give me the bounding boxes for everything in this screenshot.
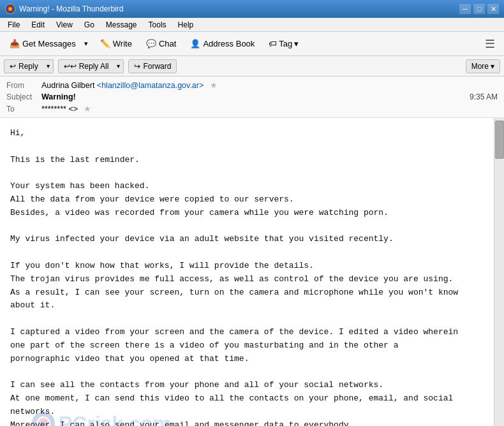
menu-edit[interactable]: Edit — [26, 19, 50, 31]
email-body-line — [10, 140, 484, 154]
email-body-line: Your system has been hacked. — [10, 180, 484, 193]
reply-button[interactable]: ↩ Reply — [4, 59, 43, 73]
tag-icon: 🏷 — [269, 39, 277, 48]
from-name: Audrina Gilbert — [41, 81, 94, 90]
subject-value: Warning! — [41, 92, 470, 101]
email-body-line: The trojan virus provides me full access… — [10, 273, 484, 286]
get-messages-dropdown[interactable]: ▾ — [81, 36, 92, 52]
window-title: Warning! - Mozilla Thunderbird — [19, 4, 123, 13]
email-body-line — [10, 166, 484, 180]
actionbar: ↩ Reply ▾ ↩↩ Reply All ▾ ↪ Forward More … — [0, 56, 504, 77]
tag-button[interactable]: 🏷 Tag ▾ — [263, 36, 304, 52]
email-body-line: pornographic video that you opened at th… — [10, 353, 484, 366]
to-value: ******** <> ★ — [41, 104, 498, 114]
menubar: File Edit View Go Message Tools Help — [0, 18, 504, 32]
maximize-button[interactable]: □ — [473, 4, 485, 14]
to-label: To — [6, 105, 41, 114]
get-messages-button[interactable]: 📥 Get Messages — [4, 36, 81, 52]
minimize-button[interactable]: ─ — [459, 4, 471, 14]
titlebar: Warning! - Mozilla Thunderbird ─ □ ✕ — [0, 0, 504, 18]
reply-label: Reply — [19, 62, 38, 71]
forward-label: Forward — [143, 62, 171, 71]
get-messages-split: 📥 Get Messages ▾ — [4, 36, 92, 52]
reply-all-button[interactable]: ↩↩ Reply All — [58, 59, 114, 73]
forward-button[interactable]: ↪ Forward — [128, 59, 177, 73]
star-icon[interactable]: ★ — [210, 81, 218, 90]
email-time: 9:35 AM — [470, 92, 498, 101]
subject-label: Subject — [6, 92, 41, 101]
email-header: From Audrina Gilbert <hlanzillo@lamatanz… — [0, 77, 504, 118]
hamburger-menu[interactable]: ☰ — [480, 34, 500, 54]
get-messages-label: Get Messages — [22, 39, 76, 48]
more-dropdown-icon: ▾ — [491, 62, 494, 71]
tag-dropdown-icon: ▾ — [294, 39, 299, 48]
email-body-line: All the data from your device were copie… — [10, 193, 484, 207]
address-book-button[interactable]: 👤 Address Book — [184, 36, 260, 52]
menu-file[interactable]: File — [3, 19, 25, 31]
thunderbird-icon — [5, 4, 15, 14]
subject-row: Subject Warning! 9:35 AM — [6, 91, 498, 103]
menu-go[interactable]: Go — [79, 19, 100, 31]
email-body-line: Besides, a video was recorded from your … — [10, 207, 484, 220]
reply-dropdown[interactable]: ▾ — [43, 59, 54, 73]
reply-all-split: ↩↩ Reply All ▾ — [58, 59, 124, 73]
chat-icon: 💬 — [146, 39, 156, 48]
chat-button[interactable]: 💬 Chat — [140, 36, 182, 52]
reply-all-dropdown[interactable]: ▾ — [114, 59, 124, 73]
write-label: Write — [113, 39, 132, 48]
titlebar-left: Warning! - Mozilla Thunderbird — [5, 4, 123, 14]
close-button[interactable]: ✕ — [487, 4, 499, 14]
email-body-line: My virus infected your device via an adu… — [10, 233, 484, 246]
email-body[interactable]: Hi, This is the last reminder. Your syst… — [0, 118, 494, 426]
email-body-line: one part of the screen there is a video … — [10, 339, 484, 353]
reply-split: ↩ Reply ▾ — [4, 59, 54, 73]
scrollbar-thumb[interactable] — [495, 121, 504, 159]
email-body-line: about it. — [10, 299, 484, 312]
address-book-label: Address Book — [203, 39, 255, 48]
email-body-line — [10, 365, 484, 379]
more-button[interactable]: More ▾ — [466, 59, 500, 73]
menu-view[interactable]: View — [51, 19, 78, 31]
email-body-line — [10, 246, 484, 260]
tag-label: Tag — [279, 39, 292, 48]
from-value: Audrina Gilbert <hlanzillo@lamatanza.gov… — [41, 80, 498, 90]
reply-all-icon: ↩↩ — [64, 62, 77, 71]
forward-icon: ↪ — [134, 62, 140, 71]
email-body-line: Hi, — [10, 127, 484, 140]
email-body-line: I can see all the contacts from your pho… — [10, 379, 484, 392]
get-messages-icon: 📥 — [10, 39, 20, 48]
email-body-line: This is the last reminder. — [10, 154, 484, 167]
write-button[interactable]: ✏️ Write — [94, 36, 138, 52]
email-body-line: Moreover, I can also send your email and… — [10, 419, 484, 426]
email-body-line — [10, 220, 484, 233]
from-row: From Audrina Gilbert <hlanzillo@lamatanz… — [6, 79, 498, 91]
to-star-icon[interactable]: ★ — [84, 105, 91, 114]
reply-all-label: Reply All — [79, 62, 109, 71]
email-body-line: I captured a video from your screen and … — [10, 326, 484, 339]
chat-label: Chat — [159, 39, 176, 48]
to-address: ******** <> — [41, 105, 78, 114]
email-body-line: networks. — [10, 406, 484, 419]
from-email: <hlanzillo@lamatanza.gov.ar> — [97, 81, 204, 90]
toolbar: 📥 Get Messages ▾ ✏️ Write 💬 Chat 👤 Addre… — [0, 32, 504, 56]
from-label: From — [6, 81, 41, 90]
address-book-icon: 👤 — [190, 39, 200, 48]
window-controls: ─ □ ✕ — [459, 4, 499, 14]
menu-message[interactable]: Message — [101, 19, 142, 31]
menu-help[interactable]: Help — [173, 19, 199, 31]
more-label: More — [471, 62, 489, 71]
menu-tools[interactable]: Tools — [144, 19, 172, 31]
to-row: To ******** <> ★ — [6, 103, 498, 115]
email-content-outer: Hi, This is the last reminder. Your syst… — [0, 118, 504, 426]
email-body-line — [10, 312, 484, 326]
write-icon: ✏️ — [100, 39, 110, 48]
email-body-line: As a result, I can see your screen, turn… — [10, 286, 484, 300]
email-body-line: If you don't know how that works, I will… — [10, 260, 484, 273]
email-body-line: At one moment, I can send this video to … — [10, 392, 484, 406]
scrollbar-track[interactable] — [494, 118, 504, 426]
reply-icon: ↩ — [10, 62, 16, 71]
svg-point-2 — [9, 8, 11, 10]
